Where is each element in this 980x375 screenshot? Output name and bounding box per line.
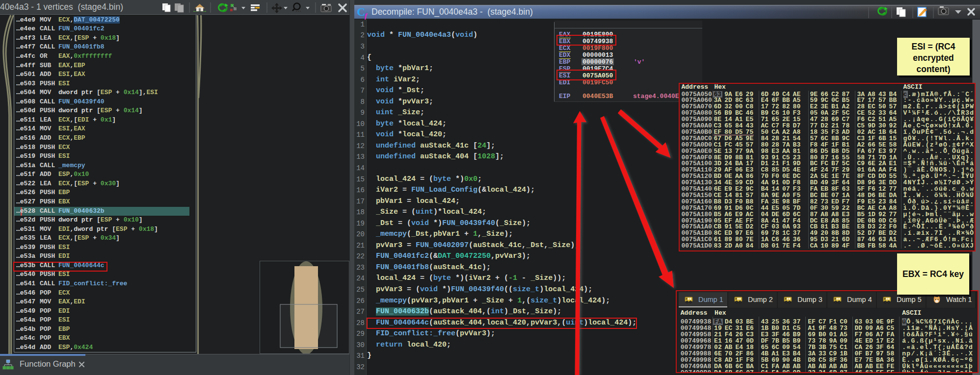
svg-text:f: f <box>365 12 368 20</box>
svg-text:C: C <box>357 5 365 18</box>
